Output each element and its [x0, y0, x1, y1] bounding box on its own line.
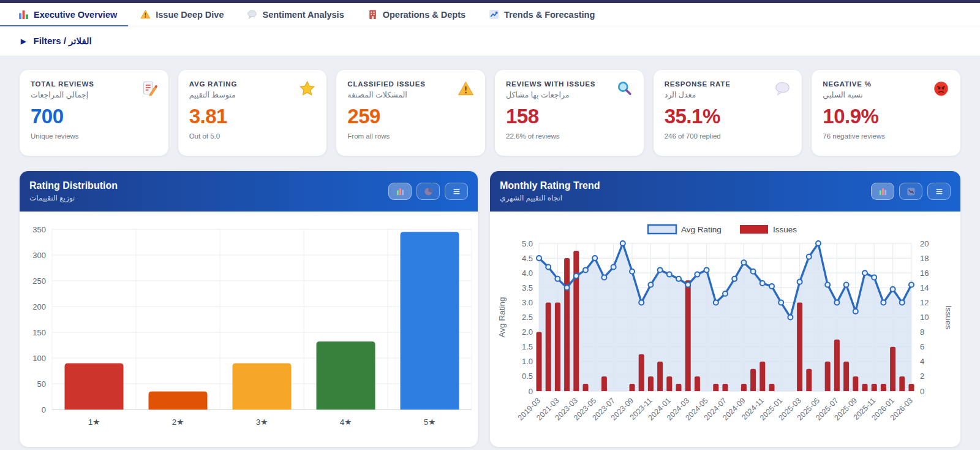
avg-rating-marker[interactable] — [834, 300, 839, 305]
issues-bar[interactable] — [555, 302, 560, 391]
issues-bar[interactable] — [741, 384, 747, 391]
avg-rating-marker[interactable] — [546, 265, 551, 270]
svg-text:0.5: 0.5 — [522, 372, 533, 381]
svg-text:3★: 3★ — [256, 418, 268, 427]
issues-bar[interactable] — [806, 369, 812, 391]
avg-rating-marker[interactable] — [732, 276, 737, 281]
avg-rating-marker[interactable] — [881, 300, 886, 305]
menu-button[interactable] — [445, 183, 468, 200]
issues-bar[interactable] — [872, 384, 877, 391]
avg-rating-marker[interactable] — [714, 300, 718, 305]
avg-rating-marker[interactable] — [788, 315, 793, 320]
issues-bar[interactable] — [695, 376, 700, 391]
avg-rating-marker[interactable] — [676, 276, 681, 281]
issues-bar[interactable] — [537, 332, 542, 391]
bar-chart-view-button[interactable] — [871, 183, 894, 200]
avg-rating-marker[interactable] — [611, 265, 616, 270]
issues-bar[interactable] — [834, 340, 840, 391]
avg-rating-marker[interactable] — [583, 267, 588, 272]
bar-chart-view-button[interactable] — [388, 183, 412, 200]
rating-bar[interactable] — [233, 363, 292, 410]
avg-rating-marker[interactable] — [778, 300, 783, 305]
avg-rating-marker[interactable] — [555, 276, 560, 281]
tab-issue-deep-dive[interactable]: Issue Deep Dive — [130, 3, 233, 26]
rating-bar[interactable] — [65, 363, 124, 410]
avg-rating-marker[interactable] — [769, 284, 774, 289]
avg-rating-marker[interactable] — [844, 282, 849, 287]
filters-bar[interactable]: ▶ Filters / الفلاتر — [0, 26, 980, 56]
avg-rating-marker[interactable] — [872, 275, 876, 280]
avg-rating-marker[interactable] — [807, 254, 812, 259]
issues-bar[interactable] — [750, 369, 756, 391]
menu-button[interactable] — [927, 183, 951, 200]
issues-bar[interactable] — [797, 302, 802, 391]
avg-rating-marker[interactable] — [620, 241, 625, 246]
avg-rating-marker[interactable] — [909, 282, 914, 287]
avg-rating-marker[interactable] — [695, 272, 699, 277]
avg-rating-marker[interactable] — [601, 275, 606, 280]
issues-bar[interactable] — [881, 384, 886, 391]
kpi-label-arabic: المشكلات المصنفة — [347, 90, 425, 99]
avg-rating-marker[interactable] — [630, 269, 635, 274]
avg-rating-marker[interactable] — [862, 270, 867, 275]
avg-rating-marker[interactable] — [658, 267, 663, 272]
avg-rating-marker[interactable] — [741, 260, 746, 265]
avg-rating-marker[interactable] — [592, 256, 597, 261]
issues-bar[interactable] — [862, 384, 868, 391]
avg-rating-marker[interactable] — [723, 291, 728, 296]
rating-bar[interactable] — [149, 392, 208, 410]
avg-rating-marker[interactable] — [574, 273, 579, 278]
issues-bar[interactable] — [825, 362, 831, 391]
issues-bar[interactable] — [713, 384, 718, 391]
issues-bar[interactable] — [573, 251, 579, 391]
svg-text:250: 250 — [32, 276, 46, 286]
issues-bar[interactable] — [769, 384, 775, 391]
issues-bar[interactable] — [899, 376, 905, 391]
issues-bar[interactable] — [853, 376, 858, 391]
avg-rating-marker[interactable] — [648, 282, 653, 287]
tab-trends-forecasting[interactable]: Trends & Forecasting — [479, 3, 605, 26]
line-chart-view-button[interactable] — [899, 183, 922, 200]
avg-rating-marker[interactable] — [816, 241, 821, 246]
issues-bar[interactable] — [639, 354, 644, 391]
avg-rating-marker[interactable] — [704, 267, 709, 272]
issues-bar[interactable] — [843, 362, 849, 391]
issues-bar[interactable] — [760, 362, 765, 391]
avg-rating-marker[interactable] — [751, 269, 756, 274]
tab-sentiment-analysis[interactable]: Sentiment Analysis — [237, 3, 353, 26]
issues-bar[interactable] — [601, 376, 607, 391]
star-icon — [299, 80, 315, 97]
pie-chart-view-button[interactable] — [417, 183, 440, 200]
tab-operations-depts[interactable]: Operations & Depts — [358, 3, 475, 26]
avg-rating-marker[interactable] — [565, 285, 570, 290]
avg-rating-marker[interactable] — [685, 282, 690, 287]
issues-bar[interactable] — [630, 384, 635, 391]
avg-rating-marker[interactable] — [667, 272, 672, 277]
warning-icon — [140, 9, 151, 20]
issues-bar[interactable] — [723, 384, 728, 391]
svg-text:3.5: 3.5 — [522, 283, 533, 292]
avg-rating-marker[interactable] — [853, 309, 858, 314]
issues-bar[interactable] — [890, 347, 895, 391]
issues-bar[interactable] — [657, 362, 663, 391]
issues-bar[interactable] — [564, 258, 570, 391]
issues-bar[interactable] — [685, 280, 691, 391]
avg-rating-marker[interactable] — [825, 282, 830, 287]
issues-bar[interactable] — [676, 384, 682, 391]
issues-bar[interactable] — [909, 384, 914, 391]
rating-bar[interactable] — [317, 341, 375, 410]
tab-executive-overview[interactable]: Executive Overview — [9, 3, 127, 26]
avg-rating-marker[interactable] — [891, 287, 895, 292]
avg-rating-marker[interactable] — [900, 300, 905, 305]
avg-rating-marker[interactable] — [639, 300, 644, 305]
avg-rating-marker[interactable] — [537, 256, 541, 261]
avg-rating-marker[interactable] — [760, 281, 765, 286]
svg-text:50: 50 — [37, 379, 46, 389]
issues-bar[interactable] — [648, 376, 654, 391]
issues-bar[interactable] — [666, 376, 672, 391]
rating-bar[interactable] — [401, 232, 459, 410]
avg-rating-marker[interactable] — [797, 280, 802, 284]
svg-text:2.0: 2.0 — [522, 327, 533, 337]
issues-bar[interactable] — [546, 302, 551, 391]
issues-bar[interactable] — [583, 384, 589, 391]
